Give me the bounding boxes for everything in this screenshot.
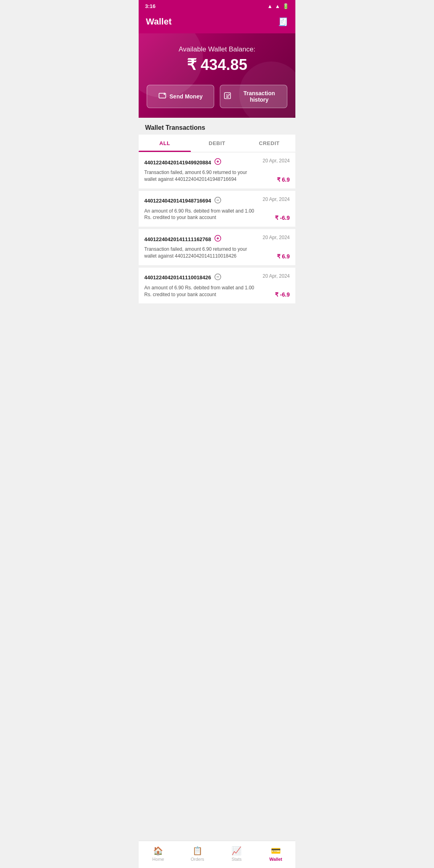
tx-header: 44012240420141949920884	[144, 158, 260, 167]
tx-type-icon	[214, 158, 221, 167]
tx-amount: ₹ 6.9	[263, 253, 290, 260]
send-money-icon	[158, 92, 166, 102]
tx-id: 44012240420141949920884	[144, 160, 211, 166]
tx-description: An amount of 6.90 Rs. debited from walle…	[144, 285, 260, 298]
tx-header: 44012240420141110018426	[144, 273, 260, 282]
tab-debit[interactable]: DEBIT	[191, 135, 243, 152]
tx-id: 44012240420141948716694	[144, 198, 211, 204]
section-title: Wallet Transactions	[139, 118, 295, 135]
status-bar: 3:16 ▲ ▲ 🔋	[139, 0, 295, 12]
balance-card: Available Wallet Balance: ₹ 434.85 Send …	[139, 33, 295, 118]
tab-all[interactable]: ALL	[139, 135, 191, 152]
card-buttons: Send Money Transaction history	[147, 85, 287, 108]
tx-id: 44012240420141110018426	[144, 274, 211, 280]
tx-description: An amount of 6.90 Rs. debited from walle…	[144, 208, 260, 221]
tx-description: Transaction failed, amount 6.90 returned…	[144, 169, 260, 183]
send-money-button[interactable]: Send Money	[147, 85, 214, 108]
battery-icon: 🔋	[283, 3, 289, 9]
transaction-history-label: Transaction history	[235, 90, 284, 103]
tx-amount: ₹ -6.9	[263, 215, 290, 221]
tx-description: Transaction failed, amount 6.90 returned…	[144, 246, 260, 260]
tx-date: 20 Apr, 2024	[263, 158, 290, 167]
balance-label: Available Wallet Balance:	[147, 45, 287, 53]
receipt-icon[interactable]: 🧾	[278, 17, 288, 27]
tx-date: 20 Apr, 2024	[263, 235, 290, 244]
transaction-list: 44012240420141949920884 20 Apr, 2024 Tra…	[139, 152, 295, 303]
list-item[interactable]: 44012240420141111162768 20 Apr, 2024 Tra…	[139, 229, 295, 265]
send-money-label: Send Money	[170, 93, 203, 100]
wifi-icon: ▲	[267, 3, 272, 9]
signal-icon: ▲	[275, 3, 280, 9]
list-item[interactable]: 44012240420141949920884 20 Apr, 2024 Tra…	[139, 152, 295, 188]
tx-date: 20 Apr, 2024	[263, 197, 290, 205]
tx-amount: ₹ -6.9	[263, 291, 290, 298]
tab-credit[interactable]: CREDIT	[243, 135, 295, 152]
tx-amount: ₹ 6.9	[263, 176, 290, 183]
transaction-tabs: ALL DEBIT CREDIT	[139, 135, 295, 152]
status-time: 3:16	[145, 3, 156, 9]
tx-type-icon	[214, 197, 221, 205]
tx-date: 20 Apr, 2024	[263, 273, 290, 282]
tx-type-icon	[214, 235, 221, 244]
app-header: Wallet 🧾	[139, 12, 295, 33]
transaction-history-button[interactable]: Transaction history	[220, 85, 287, 108]
tx-type-icon	[214, 273, 221, 282]
header-title: Wallet	[146, 16, 172, 27]
tx-header: 44012240420141948716694	[144, 197, 260, 205]
balance-amount: ₹ 434.85	[147, 56, 287, 74]
tx-id: 44012240420141111162768	[144, 236, 211, 242]
list-item[interactable]: 44012240420141110018426 20 Apr, 2024 An …	[139, 268, 295, 304]
tx-header: 44012240420141111162768	[144, 235, 260, 244]
status-icons: ▲ ▲ 🔋	[267, 3, 289, 9]
history-icon	[223, 92, 231, 102]
list-item[interactable]: 44012240420141948716694 20 Apr, 2024 An …	[139, 191, 295, 227]
